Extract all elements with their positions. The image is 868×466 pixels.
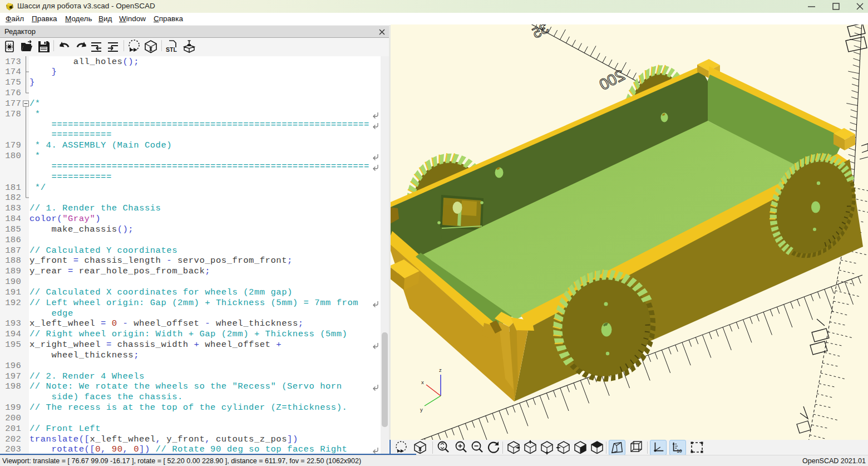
svg-text:STL: STL	[166, 46, 177, 53]
svg-text:z: z	[439, 367, 442, 373]
svg-text:10: 10	[677, 448, 682, 454]
svg-text:x: x	[421, 379, 424, 385]
svg-text:y: y	[420, 406, 423, 413]
